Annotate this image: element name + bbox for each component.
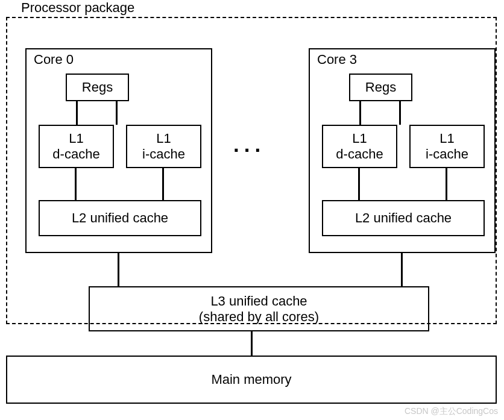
core-3-l1d: L1 d-cache <box>322 125 397 168</box>
connector <box>359 101 361 125</box>
core-3-box: Core 3 Regs L1 d-cache L1 i-cache L2 uni… <box>309 48 496 253</box>
l2-label: L2 unified cache <box>355 210 452 226</box>
l3-cache-box: L3 unified cache (shared by all cores) <box>89 286 429 331</box>
regs-label: Regs <box>82 80 113 95</box>
core-3-l1i: L1 i-cache <box>409 125 485 168</box>
l3-label-1: L3 unified cache <box>210 293 307 309</box>
l1i-label-1: L1 <box>439 131 454 146</box>
core-0-regs: Regs <box>66 74 129 101</box>
connector <box>399 101 401 125</box>
main-memory-label: Main memory <box>211 372 291 387</box>
l1i-label-2: i-cache <box>142 146 185 162</box>
main-memory-box: Main memory <box>6 356 497 404</box>
l2-label: L2 unified cache <box>72 210 168 226</box>
connector <box>116 101 118 125</box>
regs-label: Regs <box>365 80 396 95</box>
connector <box>251 330 253 356</box>
connector <box>446 168 447 200</box>
l1i-label-2: i-cache <box>426 146 468 162</box>
core-0-l2: L2 unified cache <box>39 200 201 236</box>
processor-package-label: Processor package <box>18 0 137 16</box>
connector <box>358 168 360 200</box>
processor-package-box: Core 0 Regs L1 d-cache L1 i-cache L2 uni… <box>6 17 497 324</box>
connector <box>118 253 119 286</box>
l1d-label-1: L1 <box>352 131 367 146</box>
core-0-l1d: L1 d-cache <box>39 125 114 168</box>
l1d-label-1: L1 <box>69 131 83 146</box>
l1d-label-2: d-cache <box>52 146 99 162</box>
l3-label-2: (shared by all cores) <box>199 309 319 325</box>
connector <box>162 168 164 200</box>
core-0-box: Core 0 Regs L1 d-cache L1 i-cache L2 uni… <box>25 48 212 253</box>
l1d-label-2: d-cache <box>336 146 383 162</box>
l1i-label-1: L1 <box>156 131 171 146</box>
connector <box>401 253 403 286</box>
core-3-l2: L2 unified cache <box>322 200 485 236</box>
connector <box>75 168 77 200</box>
core-0-l1i: L1 i-cache <box>126 125 201 168</box>
core-0-label: Core 0 <box>34 52 74 67</box>
core-3-regs: Regs <box>349 74 412 101</box>
watermark: CSDN @主公CodingCos <box>405 406 498 417</box>
ellipsis: ... <box>233 133 265 157</box>
core-3-label: Core 3 <box>317 52 357 67</box>
connector <box>76 101 78 125</box>
